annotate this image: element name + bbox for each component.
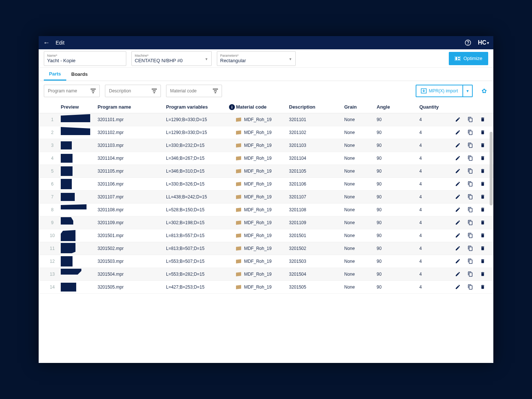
back-icon[interactable]: ←: [43, 39, 50, 47]
delete-icon[interactable]: [480, 130, 486, 135]
angle: 90: [377, 220, 419, 225]
edit-icon[interactable]: [455, 233, 461, 239]
edit-icon[interactable]: [455, 271, 461, 277]
preview-shape: [61, 243, 98, 254]
delete-icon[interactable]: [480, 207, 486, 213]
table-row[interactable]: 10 3201501.mpr L=813;B=557;D=15 MDF_Roh_…: [39, 229, 493, 242]
material-icon: [236, 272, 241, 276]
edit-icon[interactable]: [455, 155, 461, 161]
copy-icon[interactable]: [468, 194, 473, 200]
row-index: 5: [44, 169, 61, 174]
edit-icon[interactable]: [455, 207, 461, 213]
row-index: 11: [44, 246, 61, 251]
quantity: 4: [419, 156, 455, 161]
copy-icon[interactable]: [468, 142, 473, 148]
filter-icon[interactable]: [91, 89, 96, 93]
brand-logo[interactable]: HC ▾: [478, 39, 489, 46]
delete-icon[interactable]: [480, 271, 486, 277]
delete-icon[interactable]: [480, 155, 486, 161]
material-icon: [236, 220, 241, 225]
import-button[interactable]: MPR(X) import ▾: [416, 85, 473, 97]
edit-icon[interactable]: [455, 194, 461, 200]
delete-icon[interactable]: [480, 168, 486, 174]
help-icon[interactable]: [465, 39, 472, 46]
table-row[interactable]: 6 3201106.mpr L=330;B=326;D=15 MDF_Roh_1…: [39, 178, 493, 191]
edit-icon[interactable]: [455, 246, 461, 251]
delete-icon[interactable]: [480, 181, 486, 187]
svg-rect-13: [214, 91, 217, 91]
material-icon: [236, 117, 241, 121]
edit-icon[interactable]: [455, 117, 461, 123]
copy-icon[interactable]: [468, 117, 473, 123]
copy-icon[interactable]: [468, 168, 473, 174]
copy-icon[interactable]: [468, 246, 473, 251]
edit-icon[interactable]: [455, 258, 461, 264]
tab-parts[interactable]: Parts: [44, 68, 66, 81]
delete-icon[interactable]: [480, 246, 486, 251]
delete-icon[interactable]: [480, 220, 486, 226]
settings-icon[interactable]: ✿: [480, 85, 488, 97]
filter-icon[interactable]: [213, 89, 218, 93]
copy-icon[interactable]: [468, 284, 473, 290]
edit-icon[interactable]: [455, 181, 461, 187]
copy-icon[interactable]: [468, 220, 473, 226]
copy-icon[interactable]: [468, 181, 473, 187]
copy-icon[interactable]: [468, 233, 473, 239]
table-row[interactable]: 12 3201503.mpr L=553;B=507;D=15 MDF_Roh_…: [39, 255, 493, 268]
delete-icon[interactable]: [480, 142, 486, 148]
copy-icon[interactable]: [468, 258, 473, 264]
parameters-select[interactable]: Parameters* Rectangular: [217, 51, 296, 66]
table-row[interactable]: 8 3201108.mpr L=528;B=150;D=15 MDF_Roh_1…: [39, 204, 493, 216]
app-window: ← Edit HC ▾ Name* Yacht - Kopie Machine*…: [39, 36, 493, 363]
name-field[interactable]: Name* Yacht - Kopie: [44, 51, 126, 66]
copy-icon[interactable]: [468, 130, 473, 135]
delete-icon[interactable]: [480, 284, 486, 290]
tab-boards[interactable]: Boards: [66, 68, 93, 81]
delete-icon[interactable]: [480, 194, 486, 200]
scrollbar-thumb[interactable]: [490, 132, 493, 205]
filter-program-name[interactable]: [44, 85, 100, 97]
optimize-button[interactable]: Optimize: [449, 52, 488, 65]
filter-material[interactable]: [166, 85, 222, 97]
import-dropdown[interactable]: ▾: [462, 85, 472, 96]
name-value: Yacht - Kopie: [47, 58, 123, 63]
angle: 90: [377, 169, 419, 174]
edit-icon[interactable]: [455, 130, 461, 135]
table-row[interactable]: 7 3201107.mpr LL=438;B=242;D=15 MDF_Roh_…: [39, 191, 493, 204]
grain: None: [344, 143, 377, 148]
filter-material-input[interactable]: [170, 88, 213, 93]
delete-icon[interactable]: [480, 233, 486, 239]
machine-select[interactable]: Machine* CENTATEQ N/BHP #0: [131, 51, 212, 66]
edit-icon[interactable]: [455, 220, 461, 226]
delete-icon[interactable]: [480, 258, 486, 264]
table-row[interactable]: 4 3201104.mpr L=346;B=267;D=15 MDF_Roh_1…: [39, 152, 493, 165]
program-vars: L=346;B=267;D=15: [166, 156, 228, 161]
table-row[interactable]: 13 3201504.mpr L=553;B=282;D=15 MDF_Roh_…: [39, 268, 493, 281]
filter-description-input[interactable]: [109, 88, 152, 93]
filter-icon[interactable]: [152, 89, 157, 93]
copy-icon[interactable]: [468, 271, 473, 277]
delete-icon[interactable]: [480, 117, 486, 123]
table-row[interactable]: 3 3201103.mpr L=330;B=232;D=15 MDF_Roh_1…: [39, 139, 493, 152]
copy-icon[interactable]: [468, 207, 473, 213]
table-row[interactable]: 14 3201505.mpr L=427;B=253;D=15 MDF_Roh_…: [39, 281, 493, 294]
edit-icon[interactable]: [455, 142, 461, 148]
table-row[interactable]: 5 3201105.mpr L=346;B=310;D=15 MDF_Roh_1…: [39, 165, 493, 178]
table-row[interactable]: 11 3201502.mpr L=813;B=507;D=15 MDF_Roh_…: [39, 242, 493, 255]
filter-description[interactable]: [105, 85, 161, 97]
edit-icon[interactable]: [455, 168, 461, 174]
filter-program-input[interactable]: [48, 88, 91, 93]
table-row[interactable]: 2 3201102.mpr L=1290;B=330;D=15 MDF_Roh_…: [39, 126, 493, 139]
filter-bar: MPR(X) import ▾ ✿: [39, 81, 493, 101]
program-name: 3201502.mpr: [98, 246, 166, 251]
row-index: 13: [44, 272, 61, 277]
material-icon: [236, 130, 241, 134]
info-icon[interactable]: i: [229, 104, 235, 110]
edit-icon[interactable]: [455, 284, 461, 290]
table-row[interactable]: 9 3201109.mpr L=302;B=198;D=15 MDF_Roh_1…: [39, 216, 493, 229]
copy-icon[interactable]: [468, 155, 473, 161]
header-vars: Program variables: [166, 104, 228, 110]
table-row[interactable]: 1 3201101.mpr L=1290;B=330;D=15 MDF_Roh_…: [39, 113, 493, 126]
grain: None: [344, 272, 377, 277]
description: 3201105: [289, 169, 344, 174]
